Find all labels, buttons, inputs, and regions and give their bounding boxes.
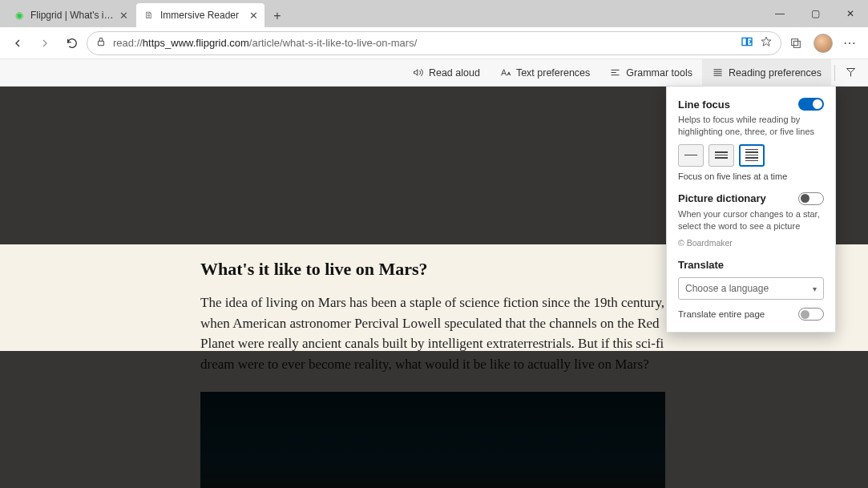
- reading-preferences-panel: Line focus Helps to focus while reading …: [666, 87, 836, 333]
- pin-toolbar-button[interactable]: [838, 59, 863, 87]
- close-icon[interactable]: ✕: [249, 10, 258, 22]
- refresh-button[interactable]: [59, 30, 85, 56]
- line-focus-title: Line focus: [678, 99, 730, 111]
- document-icon: 🗎: [143, 9, 155, 22]
- article-title: What's it like to live on Mars?: [200, 259, 665, 280]
- browser-toolbar: read://https_www.flipgrid.com/article/wh…: [0, 27, 868, 59]
- content-area: What's it like to live on Mars? The idea…: [0, 87, 868, 488]
- reading-preferences-label: Reading preferences: [729, 67, 822, 79]
- line-focus-description: Helps to focus while reading by highligh…: [678, 114, 824, 138]
- line-focus-three[interactable]: [709, 144, 734, 167]
- text-preferences-button[interactable]: Text preferences: [490, 59, 600, 87]
- svg-rect-0: [99, 41, 104, 45]
- collections-icon[interactable]: [783, 30, 809, 56]
- lock-icon: [95, 36, 107, 50]
- tab-title: Flipgrid | What's it like to live: [30, 10, 115, 21]
- reader-toolbar: Read aloud Text preferences Grammar tool…: [0, 59, 868, 87]
- separator: [834, 65, 835, 81]
- read-aloud-label: Read aloud: [429, 67, 480, 79]
- translate-entire-page-label: Translate entire page: [678, 309, 765, 319]
- article-body: The idea of living on Mars has been a st…: [200, 292, 665, 374]
- tab-title: Immersive Reader: [160, 10, 244, 21]
- line-focus-toggle[interactable]: [798, 98, 824, 111]
- line-focus-five[interactable]: [739, 144, 765, 167]
- translate-entire-page-toggle[interactable]: [798, 308, 824, 321]
- svg-rect-2: [793, 41, 800, 47]
- close-icon[interactable]: ✕: [119, 10, 128, 22]
- favorite-icon[interactable]: [760, 35, 773, 50]
- back-button[interactable]: [5, 30, 30, 56]
- svg-rect-1: [792, 38, 798, 45]
- profile-avatar[interactable]: [810, 30, 836, 56]
- url-text: read://https_www.flipgrid.com/article/wh…: [113, 37, 734, 49]
- read-aloud-button[interactable]: Read aloud: [402, 59, 490, 87]
- chevron-down-icon: ▾: [813, 284, 817, 293]
- picture-dictionary-description: When your cursor changes to a star, sele…: [678, 208, 824, 232]
- text-preferences-label: Text preferences: [516, 67, 590, 79]
- close-window-button[interactable]: ✕: [833, 0, 868, 27]
- tab-immersive-reader[interactable]: 🗎 Immersive Reader ✕: [136, 3, 264, 27]
- more-icon[interactable]: ⋯: [838, 30, 863, 56]
- picture-dictionary-note: © Boardmaker: [678, 238, 824, 248]
- line-focus-caption: Focus on five lines at a time: [678, 171, 824, 181]
- maximize-button[interactable]: ▢: [797, 0, 833, 27]
- translate-language-select[interactable]: Choose a language ▾: [678, 277, 824, 300]
- picture-dictionary-toggle[interactable]: [798, 192, 824, 205]
- grammar-tools-label: Grammar tools: [626, 67, 692, 79]
- line-focus-section: Line focus Helps to focus while reading …: [678, 98, 824, 181]
- picture-dictionary-section: Picture dictionary When your cursor chan…: [678, 192, 824, 248]
- reading-preferences-button[interactable]: Reading preferences: [702, 59, 831, 87]
- grammar-tools-button[interactable]: Grammar tools: [600, 59, 702, 87]
- translate-title: Translate: [678, 259, 724, 271]
- picture-dictionary-title: Picture dictionary: [678, 192, 766, 204]
- translate-section: Translate Choose a language ▾ Translate …: [678, 259, 824, 321]
- immersive-reader-icon[interactable]: [741, 35, 753, 50]
- new-tab-button[interactable]: +: [266, 5, 289, 27]
- line-focus-options: [678, 144, 824, 167]
- window-controls: — ▢ ✕: [762, 0, 868, 27]
- address-bar[interactable]: read://https_www.flipgrid.com/article/wh…: [87, 31, 781, 55]
- line-focus-one[interactable]: [678, 144, 704, 167]
- flipgrid-favicon: ◉: [13, 9, 26, 22]
- tab-flipgrid[interactable]: ◉ Flipgrid | What's it like to live ✕: [6, 3, 135, 27]
- minimize-button[interactable]: —: [762, 0, 797, 27]
- translate-placeholder: Choose a language: [685, 283, 769, 294]
- article-hero-image: [200, 392, 665, 488]
- forward-button[interactable]: [32, 30, 58, 56]
- tab-strip: ◉ Flipgrid | What's it like to live ✕ 🗎 …: [0, 0, 868, 27]
